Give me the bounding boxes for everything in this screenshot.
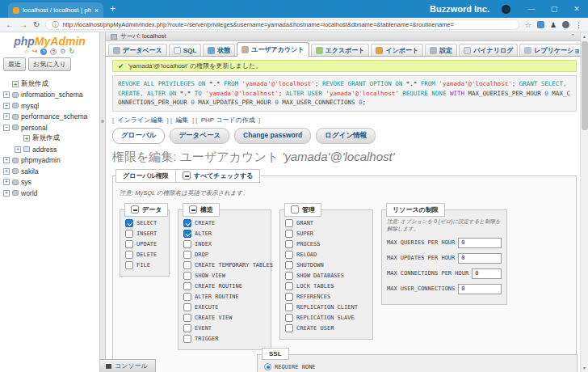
logout-icon[interactable]: ↪: [32, 49, 38, 55]
privilege-row-ALTER ROUTINE[interactable]: ALTER ROUTINE: [183, 292, 266, 302]
privilege-checkbox-CREATE VIEW[interactable]: [183, 314, 191, 322]
scroll-down-icon[interactable]: ▼: [581, 364, 588, 372]
tree-item-新規作成[interactable]: +新規作成: [3, 78, 99, 90]
mysql-docs-icon[interactable]: ?: [50, 49, 57, 55]
action-link-PHP コードの作成[interactable]: PHP コードの作成: [201, 116, 255, 124]
scroll-up-icon[interactable]: ▲: [581, 32, 588, 40]
tab-binary-log[interactable]: バイナリログ: [459, 44, 518, 56]
scrollbar-thumb[interactable]: [582, 41, 588, 130]
tree-item-新規作成[interactable]: +新規作成: [3, 133, 99, 145]
privilege-row-SHOW DATABASES[interactable]: SHOW DATABASES: [285, 271, 368, 281]
privilege-checkbox-SUPER[interactable]: [285, 230, 293, 238]
privilege-checkbox-LOCK TABLES[interactable]: [285, 282, 293, 290]
privilege-checkbox-ALTER ROUTINE[interactable]: [183, 293, 191, 301]
window-close-button[interactable]: ✕: [565, 0, 588, 18]
resource-input-MAX QUERIES PER HOUR[interactable]: [458, 238, 502, 248]
url-bar[interactable]: ⓘ http://localhost/phpMyAdmin/index.php?…: [45, 19, 519, 30]
privilege-checkbox-REPLICATION SLAVE[interactable]: [285, 314, 293, 322]
privilege-row-CREATE USER[interactable]: CREATE USER: [285, 323, 368, 334]
tab-settings[interactable]: 設定: [425, 44, 457, 56]
resource-input-MAX UPDATES PER HOUR[interactable]: [458, 253, 502, 264]
privilege-checkbox-TRIGGER[interactable]: [183, 335, 191, 343]
privilege-row-FILE[interactable]: FILE: [125, 260, 164, 271]
privilege-row-CREATE[interactable]: CREATE: [183, 218, 266, 229]
ssl-radio[interactable]: [264, 363, 271, 370]
privilege-checkbox-REPLICATION CLIENT[interactable]: [285, 303, 293, 311]
privilege-checkbox-REFERENCES[interactable]: [285, 293, 293, 301]
browser-profile-avatar[interactable]: [502, 5, 510, 14]
tree-item-information_schema[interactable]: +information_schema: [3, 90, 99, 101]
reload-icon[interactable]: ↻: [33, 21, 40, 29]
favorites-button[interactable]: お気に入り: [28, 57, 71, 71]
tree-item-address[interactable]: +address: [3, 144, 99, 155]
privilege-row-SHUTDOWN[interactable]: SHUTDOWN: [285, 260, 368, 271]
group-checkbox[interactable]: [131, 205, 139, 213]
expand-icon[interactable]: +: [3, 91, 10, 98]
tab-import[interactable]: インポート: [371, 44, 423, 56]
resource-input-MAX CONNECTIONS PER HOUR[interactable]: [472, 268, 502, 279]
console-toggle[interactable]: コンソール: [100, 359, 156, 372]
settings-icon[interactable]: ⚙: [60, 49, 65, 55]
action-link-インライン編集[interactable]: インライン編集: [117, 116, 163, 124]
privilege-row-CREATE VIEW[interactable]: CREATE VIEW: [183, 313, 266, 323]
tab-sql[interactable]: SQL: [169, 44, 201, 56]
privilege-checkbox-DROP[interactable]: [183, 251, 191, 259]
privilege-checkbox-SHOW DATABASES[interactable]: [285, 272, 293, 280]
privilege-checkbox-EVENT[interactable]: [183, 324, 191, 332]
privilege-row-GRANT[interactable]: GRANT: [285, 218, 368, 229]
tree-item-phpmyadmin[interactable]: +phpmyadmin: [3, 155, 99, 167]
tree-item-sakila[interactable]: +sakila: [3, 166, 99, 177]
privilege-checkbox-EXECUTE[interactable]: [183, 303, 191, 311]
privilege-row-DROP[interactable]: DROP: [183, 250, 266, 260]
privilege-row-SELECT[interactable]: SELECT: [125, 218, 164, 229]
action-link-編集[interactable]: 編集: [176, 116, 189, 124]
privilege-row-REFERENCES[interactable]: REFERENCES: [285, 292, 368, 302]
privilege-row-REPLICATION SLAVE[interactable]: REPLICATION SLAVE: [285, 313, 368, 323]
privilege-checkbox-RELOAD[interactable]: [285, 251, 293, 259]
privilege-checkbox-GRANT[interactable]: [285, 219, 293, 227]
privilege-row-INSERT[interactable]: INSERT: [125, 229, 164, 239]
privilege-row-SHOW VIEW[interactable]: SHOW VIEW: [183, 271, 266, 281]
window-minimize-button[interactable]: —: [520, 0, 543, 18]
tab-close-icon[interactable]: ×: [94, 6, 99, 15]
tree-item-mysql[interactable]: +mysql: [3, 100, 99, 112]
bookmark-star-icon[interactable]: ☆: [525, 21, 531, 29]
privilege-checkbox-FILE[interactable]: [125, 261, 133, 269]
privilege-checkbox-SELECT[interactable]: [125, 219, 133, 227]
expand-icon[interactable]: +: [3, 190, 10, 197]
back-icon[interactable]: ←: [6, 21, 14, 29]
breadcrumb-server[interactable]: サーバ: localhost: [120, 32, 166, 40]
window-maximize-button[interactable]: ▢: [543, 0, 565, 18]
expand-icon[interactable]: +: [15, 146, 21, 153]
privilege-checkbox-UPDATE[interactable]: [125, 240, 133, 248]
privilege-row-EVENT[interactable]: EVENT: [183, 323, 266, 334]
ssl-require-none-option[interactable]: REQUIRE NONE: [264, 363, 570, 370]
tab-search-icon[interactable]: [537, 21, 544, 28]
privilege-checkbox-CREATE TEMPORARY TABLES[interactable]: [183, 261, 191, 269]
group-checkbox[interactable]: [291, 205, 299, 213]
privilege-row-INDEX[interactable]: INDEX: [183, 239, 266, 250]
tab-export[interactable]: エクスポート: [311, 44, 370, 56]
privilege-checkbox-INSERT[interactable]: [125, 230, 133, 238]
privilege-row-DELETE[interactable]: DELETE: [125, 250, 164, 260]
tree-item-personal[interactable]: −personal: [3, 122, 99, 133]
privilege-checkbox-DELETE[interactable]: [125, 251, 133, 259]
tree-item-world[interactable]: +world: [3, 188, 99, 199]
collapse-panel-icon[interactable]: ⌃: [570, 33, 575, 40]
check-all-container[interactable]: すべてチェックする: [176, 169, 261, 183]
tree-item-sys[interactable]: +sys: [3, 177, 99, 188]
privilege-row-RELOAD[interactable]: RELOAD: [285, 250, 368, 260]
reload-navigation-icon[interactable]: ↻: [69, 49, 75, 55]
privilege-checkbox-PROCESS[interactable]: [285, 240, 293, 248]
home-icon[interactable]: ⌂: [25, 49, 29, 55]
tab-databases[interactable]: データベース: [108, 44, 167, 56]
privilege-row-CREATE TEMPORARY TABLES[interactable]: CREATE TEMPORARY TABLES: [183, 260, 266, 271]
sidebar-resize-handle[interactable]: [100, 32, 106, 372]
group-checkbox[interactable]: [189, 205, 197, 213]
extension-icon[interactable]: ♟: [550, 21, 556, 29]
expand-icon[interactable]: +: [3, 168, 10, 175]
subtab-Change password[interactable]: Change password: [234, 128, 311, 144]
privilege-checkbox-ALTER[interactable]: [183, 230, 191, 238]
subtab-ログイン情報[interactable]: ログイン情報: [316, 128, 376, 144]
profile-icon[interactable]: [562, 21, 569, 28]
